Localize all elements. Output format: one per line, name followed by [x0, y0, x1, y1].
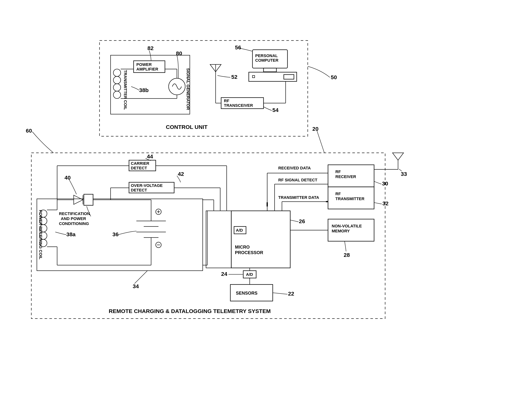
ref-52: 52 — [231, 74, 237, 80]
ref-26: 26 — [299, 218, 305, 224]
ref-32-leader — [374, 202, 382, 204]
pc-label-2: COMPUTER — [255, 58, 278, 63]
rf-receiver-label-2: RECEIVER — [335, 174, 356, 179]
ref-20-leader — [317, 131, 324, 153]
rx-coil-label: POWER RECEIVING COIL — [38, 210, 43, 259]
ref-30-leader — [374, 181, 381, 184]
transmitter-data-label: TRANSMITTER DATA — [278, 195, 319, 200]
control-unit-title: CONTROL UNIT — [166, 124, 207, 130]
ref-82: 82 — [147, 45, 153, 51]
ref-30: 30 — [382, 181, 388, 187]
rf-transmitter-label-2: TRANSMITTER — [335, 196, 365, 201]
ref-38b-leader — [131, 87, 139, 90]
rf-transceiver-label-1: RF — [224, 99, 229, 103]
nvm-label-2: MEMORY — [332, 229, 350, 233]
rf-transceiver-label-2: TRANSCEIVER — [224, 103, 253, 108]
power-amplifier-label-1: POWER — [136, 62, 152, 67]
ref-38b: 38b — [139, 87, 149, 93]
signal-generator-sine-icon — [172, 84, 181, 89]
ref-82-leader — [149, 51, 151, 60]
sensors-label: SENSORS — [236, 291, 257, 295]
ref-34-leader — [134, 271, 147, 283]
rect-label-1: RECTIFICATION — [59, 211, 90, 216]
ref-36: 36 — [112, 231, 119, 237]
rf-transmitter-label-1: RF — [335, 192, 341, 196]
carrier-detect-label-1: CARRIER — [131, 161, 149, 166]
rf-receiver-label-1: RF — [335, 169, 341, 174]
ad-inner-label: A/D — [236, 228, 243, 233]
power-amplifier-label-2: AMPLIFIER — [136, 67, 158, 72]
tx-coil-loop — [113, 84, 121, 91]
mpu-label-2: PROCESSOR — [235, 250, 263, 255]
ref-54: 54 — [272, 107, 279, 113]
tx-coil-loop — [113, 69, 121, 76]
ref-50: 50 — [331, 74, 337, 80]
remote-antenna-icon — [393, 153, 403, 160]
ref-24: 24 — [221, 271, 227, 277]
ad-block-label: A/D — [246, 272, 253, 277]
ref-80: 80 — [176, 50, 182, 56]
ref-36-leader — [118, 231, 136, 235]
ref-56-leader — [240, 48, 252, 51]
rect-label-2: AND POWER — [61, 216, 86, 221]
ref-50-leader — [308, 66, 330, 77]
tx-coil-label: TRANSMITTER COIL — [123, 70, 128, 110]
ref-44: 44 — [147, 153, 153, 159]
rect-block — [84, 194, 93, 205]
diode-icon — [74, 195, 83, 204]
pc-label-1: PERSONAL — [255, 53, 278, 58]
overv-label-1: OVER-VOLTAGE — [131, 183, 163, 188]
ref-40-leader — [69, 180, 76, 194]
pc-drive-icon — [284, 74, 294, 79]
ref-34: 34 — [133, 283, 139, 289]
ref-60-leader — [32, 132, 53, 153]
rf-signal-detect-label: RF SIGNAL DETECT — [278, 178, 318, 182]
received-data-label: RECEIVED DATA — [278, 166, 311, 170]
carrier-detect-label-2: DETECT — [131, 166, 147, 170]
ref-22-leader — [273, 293, 288, 294]
ref-32: 32 — [382, 200, 388, 206]
signal-generator-label: SIGNAL GENERATOR — [186, 68, 190, 110]
ref-38a-leader — [55, 232, 66, 235]
pc-monitor-stand — [263, 68, 276, 72]
nvm-label-1: NON-VOLATILE — [332, 224, 362, 228]
ref-52-leader — [217, 75, 230, 77]
ref-56: 56 — [235, 44, 241, 50]
tx-coil-loop — [113, 76, 121, 84]
ref-42: 42 — [178, 171, 184, 177]
ref-28: 28 — [344, 252, 350, 258]
rect-frame — [37, 199, 203, 271]
overv-label-2: DETECT — [131, 188, 147, 192]
ref-60: 60 — [26, 128, 32, 134]
mpu-label-1: MICRO — [235, 245, 250, 249]
microprocessor — [231, 211, 290, 268]
tx-coil-loop — [113, 91, 121, 99]
ref-54-leader — [263, 107, 272, 110]
ref-40: 40 — [65, 174, 71, 181]
rect-label-3: CONDITIONING — [59, 221, 89, 226]
ref-26-leader — [290, 220, 299, 222]
ref-38a: 38a — [66, 231, 75, 237]
ref-28-leader — [345, 241, 346, 251]
ref-20: 20 — [312, 126, 319, 132]
mpu-left-extension — [206, 211, 231, 268]
remote-unit-title: REMOTE CHARGING & DATALOGGING TELEMETRY … — [109, 308, 271, 314]
ref-33: 33 — [401, 171, 407, 177]
ref-22: 22 — [288, 291, 294, 297]
